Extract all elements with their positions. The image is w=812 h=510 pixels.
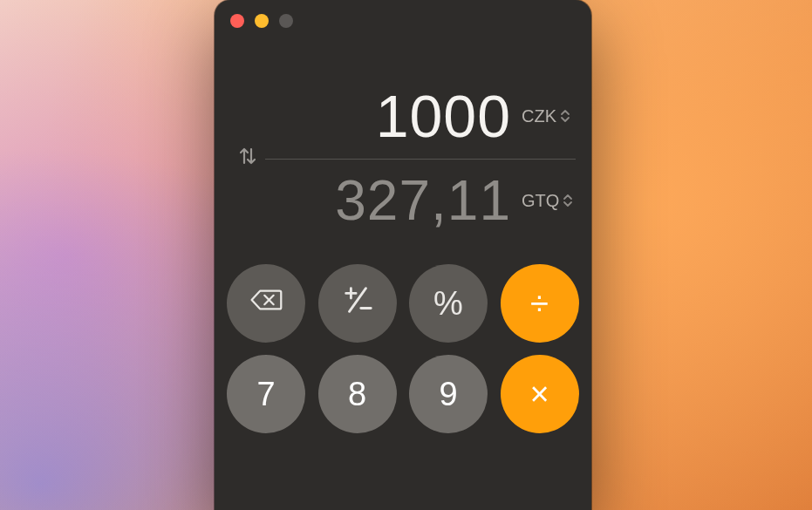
from-amount: 1000 [376,82,511,150]
up-down-chevron-icon [560,109,570,123]
to-currency-code: GTQ [522,191,559,211]
swap-currencies-icon[interactable] [237,146,258,170]
percent-key[interactable]: % [409,264,488,343]
calculator-window: 1000 CZK 327,11 GTQ [215,0,591,510]
negate-key[interactable] [318,264,397,343]
to-amount: 327,11 [335,168,511,233]
conversion-display: 1000 CZK 327,11 GTQ [215,42,591,254]
divide-key[interactable]: ÷ [501,264,579,343]
window-close-button[interactable] [230,14,244,28]
to-currency-selector[interactable]: GTQ [522,191,576,211]
window-titlebar [215,0,591,42]
plus-minus-icon [341,283,374,323]
keypad: % ÷ 7 8 9 × [215,254,591,433]
backspace-key[interactable] [227,264,305,343]
backspace-icon [249,283,283,324]
eight-key[interactable]: 8 [318,355,397,433]
from-currency-code: CZK [522,106,556,126]
window-minimize-button[interactable] [255,14,269,28]
to-row: 327,11 GTQ [265,163,576,238]
from-currency-selector[interactable]: CZK [522,106,576,126]
display-divider [265,159,576,160]
seven-key[interactable]: 7 [227,355,305,433]
multiply-key[interactable]: × [501,355,579,433]
nine-key[interactable]: 9 [409,355,488,433]
window-maximize-button-disabled [279,14,293,28]
from-row: 1000 CZK [265,77,576,155]
up-down-chevron-icon [563,194,573,207]
